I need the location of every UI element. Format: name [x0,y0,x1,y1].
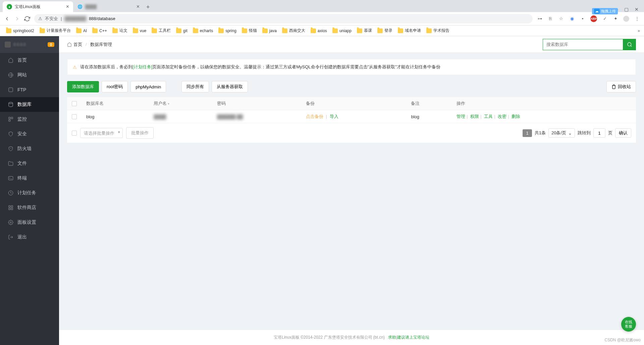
upload-widget-label: 拖拽上传 [601,9,616,14]
bookmark-item[interactable]: 计量服务平台 [38,27,73,34]
page-size-select[interactable]: 20条/页 ⌄ [548,128,575,138]
puzzle-icon[interactable]: ✦ [612,16,619,22]
bookmark-label: 慕课 [364,28,372,33]
close-icon[interactable]: × [137,4,140,10]
batch-action-select[interactable]: 请选择批量操作 [80,128,123,138]
back-button[interactable] [4,16,10,22]
sidebar-item-database[interactable]: 数据库 [0,97,59,112]
shield-icon [8,131,13,137]
sidebar-item-terminal[interactable]: 终端 [0,171,59,186]
password-key-icon[interactable]: ⊶ [537,16,543,22]
close-icon[interactable]: × [66,4,69,10]
jump-confirm-button[interactable]: 确认 [615,128,631,138]
batch-execute-button[interactable]: 批量操作 [126,127,154,139]
sidebar-item-monitor[interactable]: 监控 [0,112,59,127]
browser-tab-inactive[interactable]: 🌐 ████ × [73,1,144,12]
bookmark-item[interactable]: 登录 [375,27,394,34]
bookmark-item[interactable]: springboot2 [4,27,36,34]
address-bar[interactable]: ⚠ 不安全 | ███████ 888/database [34,14,533,23]
message-badge[interactable]: 0 [48,42,54,47]
backup-import-link[interactable]: 导入 [330,114,338,119]
insecure-label: 不安全 [45,16,58,22]
sidebar-item-home[interactable]: 首页 [0,53,59,68]
install-icon[interactable]: ⎘ [547,16,553,22]
svg-rect-11 [9,208,10,210]
bookmark-item[interactable]: 论文 [110,27,129,34]
from-server-button[interactable]: 从服务器获取 [212,81,248,92]
bookmark-item[interactable]: 西南交大 [280,27,307,34]
extension-icon-1[interactable]: ◉ [569,16,575,22]
backup-click-link[interactable]: 点击备份 [306,114,323,119]
footer-select-all-checkbox[interactable] [72,131,77,136]
page-number-current[interactable]: 1 [523,129,532,137]
cell-note[interactable]: blog [406,110,452,123]
add-database-button[interactable]: 添加数据库 [67,81,99,92]
bookmark-item[interactable]: uniapp [330,27,354,34]
bookmark-item[interactable]: axios [309,27,329,34]
search-input[interactable] [543,39,623,50]
upload-widget[interactable]: ☁ 拖拽上传 [592,8,618,14]
root-password-button[interactable]: root密码 [102,81,128,92]
gear-icon [8,220,13,225]
folder-icon [133,28,138,33]
sidebar-item-website[interactable]: 网站 [0,68,59,82]
menu-icon[interactable]: ⋮ [634,16,640,22]
sidebar-item-security[interactable]: 安全 [0,127,59,141]
extension-icon-2[interactable]: ▪ [580,16,586,22]
browser-tab-strip: ♦ 宝塔Linux面板 × 🌐 ████ × + ⌄ — ▢ ✕ [0,0,644,12]
help-link[interactable]: 求助 [388,335,396,340]
sidebar-item-cron[interactable]: 计划任务 [0,186,59,200]
bt-favicon-icon: ♦ [7,4,12,9]
search-button[interactable] [623,39,636,50]
browser-tab-active[interactable]: ♦ 宝塔Linux面板 × [3,1,73,12]
extension-icon-3[interactable]: ✓ [602,16,608,22]
sidebar-item-exit[interactable]: 退出 [0,230,59,245]
sidebar-item-ftp[interactable]: FTP [0,82,59,97]
star-icon[interactable]: ☆ [558,16,564,22]
jump-page-input[interactable] [593,128,605,138]
bookmark-item[interactable]: 学术报告 [424,27,451,34]
action-delete[interactable]: 删除 [512,114,520,119]
bookmark-item[interactable]: java [260,27,279,34]
floating-service-button[interactable]: 在线 客服 [621,317,636,332]
recycle-bin-button[interactable]: 回收站 [606,81,636,92]
bookmark-label: AI [83,28,87,33]
forward-button[interactable] [14,16,20,22]
abp-icon[interactable]: ABP [590,15,597,22]
profile-avatar-icon[interactable] [623,16,629,22]
bookmark-item[interactable]: C++ [90,27,109,34]
action-manage[interactable]: 管理 [457,114,465,119]
sidebar-item-files[interactable]: 文件 [0,156,59,171]
action-permission[interactable]: 权限 [470,114,479,119]
close-window-button[interactable]: ✕ [635,7,639,12]
alert-link[interactable]: [计划任务] [132,64,152,69]
row-checkbox[interactable] [72,114,77,119]
maximize-button[interactable]: ▢ [624,7,629,12]
action-tools[interactable]: 工具 [484,114,493,119]
reload-button[interactable] [24,16,30,22]
sidebar-item-label: 文件 [17,160,27,166]
phpmyadmin-button[interactable]: phpMyAdmin [130,81,166,92]
sidebar-item-settings[interactable]: 面板设置 [0,215,59,230]
bookmark-item[interactable]: vue [131,27,148,34]
bt-logo-icon [5,42,11,48]
column-header-user[interactable]: 用户名▾ [149,97,212,110]
bookmark-item[interactable]: git [174,27,190,34]
bookmark-item[interactable]: 怪猫 [240,27,259,34]
sync-all-button[interactable]: 同步所有 [181,81,209,92]
new-tab-button[interactable]: + [144,2,153,12]
bookmark-item[interactable]: spring [216,27,238,34]
breadcrumb-home[interactable]: 首页 [67,42,82,48]
select-all-checkbox[interactable] [72,101,77,106]
sidebar-item-label: 软件商店 [17,205,36,211]
bookmark-item[interactable]: AI [74,27,89,34]
action-changepwd[interactable]: 改密 [498,114,506,119]
bookmark-overflow-icon[interactable]: » [638,28,640,33]
sidebar-item-firewall[interactable]: 防火墙 [0,141,59,156]
bookmark-item[interactable]: 工具栏 [150,27,173,34]
sidebar-item-store[interactable]: 软件商店 [0,200,59,215]
bookmark-item[interactable]: 域名申请 [396,27,423,34]
bookmark-item[interactable]: 慕课 [355,27,374,34]
bookmark-item[interactable]: echarts [191,27,215,34]
forum-link[interactable]: 建议请上宝塔论坛 [397,335,429,340]
